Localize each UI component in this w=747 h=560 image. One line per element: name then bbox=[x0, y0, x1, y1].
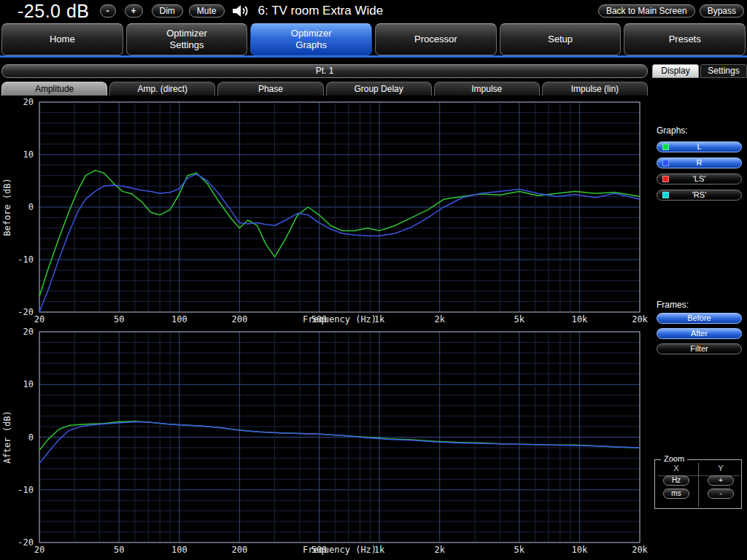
zoom-x-hz-button[interactable]: Hz bbox=[663, 475, 689, 486]
channel-r-color-swatch bbox=[662, 160, 669, 166]
zoom-y-header: Y bbox=[700, 464, 742, 472]
channel-button-ls[interactable]: 'LS' bbox=[657, 174, 742, 184]
channel-button-l[interactable]: L bbox=[657, 141, 742, 152]
svg-text:2k: 2k bbox=[434, 314, 445, 324]
speaker-icon bbox=[232, 4, 249, 18]
svg-text:0: 0 bbox=[28, 202, 34, 212]
svg-text:Frequency (Hz): Frequency (Hz) bbox=[303, 545, 376, 555]
svg-text:2k: 2k bbox=[434, 545, 445, 555]
channel-l-color-swatch bbox=[662, 144, 669, 150]
frame-button-filter[interactable]: Filter bbox=[657, 343, 742, 354]
svg-text:50: 50 bbox=[114, 314, 124, 324]
channel-rs-label: 'RS' bbox=[657, 190, 741, 200]
tab-processor[interactable]: Processor bbox=[375, 23, 497, 55]
volume-down-button[interactable]: - bbox=[100, 4, 116, 18]
svg-text:20k: 20k bbox=[632, 314, 648, 324]
tab-amplitude[interactable]: Amplitude bbox=[1, 82, 107, 96]
frame-after-label: After bbox=[657, 329, 741, 338]
bypass-button[interactable]: Bypass bbox=[700, 4, 744, 18]
svg-text:10: 10 bbox=[23, 379, 34, 389]
channel-button-r[interactable]: R bbox=[657, 158, 742, 168]
zoom-y-column: Y + - bbox=[700, 460, 742, 500]
master-volume-display: -25.0 dB bbox=[18, 1, 90, 22]
svg-text:20: 20 bbox=[23, 97, 34, 107]
dim-button[interactable]: Dim bbox=[152, 4, 183, 18]
frame-filter-label: Filter bbox=[657, 344, 741, 354]
svg-text:200: 200 bbox=[231, 545, 247, 555]
graph-tab-bar: Amplitude Amp. (direct) Phase Group Dela… bbox=[1, 82, 648, 96]
tab-presets[interactable]: Presets bbox=[624, 23, 746, 55]
tab-phase[interactable]: Phase bbox=[217, 82, 323, 96]
right-panel: Graphs: L R 'LS' 'RS' Frames: Before Aft… bbox=[651, 95, 747, 560]
zoom-column-divider bbox=[698, 463, 699, 507]
top-bar: -25.0 dB - + Dim Mute 6: TV room Extra W… bbox=[0, 0, 747, 22]
main-tab-bar: Home Optimizer Settings Optimizer Graphs… bbox=[1, 23, 746, 55]
tab-impulse[interactable]: Impulse bbox=[434, 82, 540, 96]
svg-text:10k: 10k bbox=[572, 545, 588, 555]
svg-text:200: 200 bbox=[231, 314, 247, 324]
svg-text:20k: 20k bbox=[632, 545, 648, 555]
svg-text:10: 10 bbox=[23, 149, 34, 160]
svg-text:20: 20 bbox=[34, 314, 44, 324]
svg-text:-10: -10 bbox=[18, 254, 34, 265]
tab-display[interactable]: Display bbox=[652, 64, 699, 78]
volume-up-button[interactable]: + bbox=[125, 4, 143, 18]
svg-text:0: 0 bbox=[28, 432, 34, 443]
channel-r-label: R bbox=[657, 158, 741, 168]
zoom-y-minus-button[interactable]: - bbox=[708, 489, 734, 499]
tab-home[interactable]: Home bbox=[1, 23, 123, 55]
svg-text:100: 100 bbox=[171, 545, 187, 555]
zoom-x-header: X bbox=[655, 464, 697, 472]
svg-text:50: 50 bbox=[114, 545, 124, 555]
active-tab-rule bbox=[0, 55, 747, 58]
view-tab-bar: Display Settings bbox=[652, 64, 747, 78]
zoom-x-ms-button[interactable]: ms bbox=[663, 489, 689, 499]
tab-optimizer-settings[interactable]: Optimizer Settings bbox=[126, 23, 248, 55]
frames-section-label: Frames: bbox=[657, 300, 689, 310]
svg-text:20: 20 bbox=[23, 327, 34, 337]
mute-button[interactable]: Mute bbox=[189, 4, 225, 18]
frame-before-label: Before bbox=[657, 314, 741, 323]
svg-text:Before (dB): Before (dB) bbox=[2, 178, 12, 236]
graphs-section-label: Graphs: bbox=[657, 125, 688, 136]
svg-text:-20: -20 bbox=[18, 307, 34, 317]
frame-button-after[interactable]: After bbox=[657, 328, 742, 339]
svg-text:20: 20 bbox=[34, 545, 44, 555]
tab-impulse-lin[interactable]: Impulse (lin) bbox=[542, 82, 648, 96]
tab-amp-direct[interactable]: Amp. (direct) bbox=[109, 82, 215, 96]
svg-text:100: 100 bbox=[171, 314, 187, 324]
tab-setup[interactable]: Setup bbox=[500, 23, 622, 55]
zoom-y-plus-button[interactable]: + bbox=[708, 475, 734, 486]
measurement-point-header: Pt. 1 bbox=[1, 64, 648, 78]
svg-text:-20: -20 bbox=[18, 537, 34, 548]
before-amplitude-chart: 20100-10-2020501002005001k2k5k10k20kFreq… bbox=[0, 96, 649, 327]
svg-text:-10: -10 bbox=[18, 485, 34, 495]
svg-text:10k: 10k bbox=[572, 314, 588, 324]
channel-rs-color-swatch bbox=[662, 192, 669, 198]
zoom-panel: Zoom X Hz ms Y + - bbox=[654, 459, 742, 509]
svg-text:Frequency (Hz): Frequency (Hz) bbox=[303, 314, 376, 324]
channel-ls-color-swatch bbox=[662, 176, 669, 182]
preset-title: 6: TV room Extra Wide bbox=[258, 4, 384, 18]
svg-text:After (dB): After (dB) bbox=[2, 411, 12, 463]
back-to-main-screen-button[interactable]: Back to Main Screen bbox=[598, 4, 695, 18]
tab-optimizer-graphs[interactable]: Optimizer Graphs bbox=[250, 23, 372, 55]
svg-text:5k: 5k bbox=[514, 314, 525, 324]
tab-group-delay[interactable]: Group Delay bbox=[326, 82, 432, 96]
channel-l-label: L bbox=[657, 142, 741, 152]
channel-button-rs[interactable]: 'RS' bbox=[657, 190, 742, 201]
channel-ls-label: 'LS' bbox=[657, 174, 741, 184]
zoom-x-column: X Hz ms bbox=[655, 460, 697, 500]
frame-button-before[interactable]: Before bbox=[657, 313, 742, 324]
after-amplitude-chart: 20100-10-2020501002005001k2k5k10k20kFreq… bbox=[0, 327, 649, 560]
tab-settings[interactable]: Settings bbox=[700, 64, 747, 78]
svg-text:5k: 5k bbox=[514, 545, 525, 555]
